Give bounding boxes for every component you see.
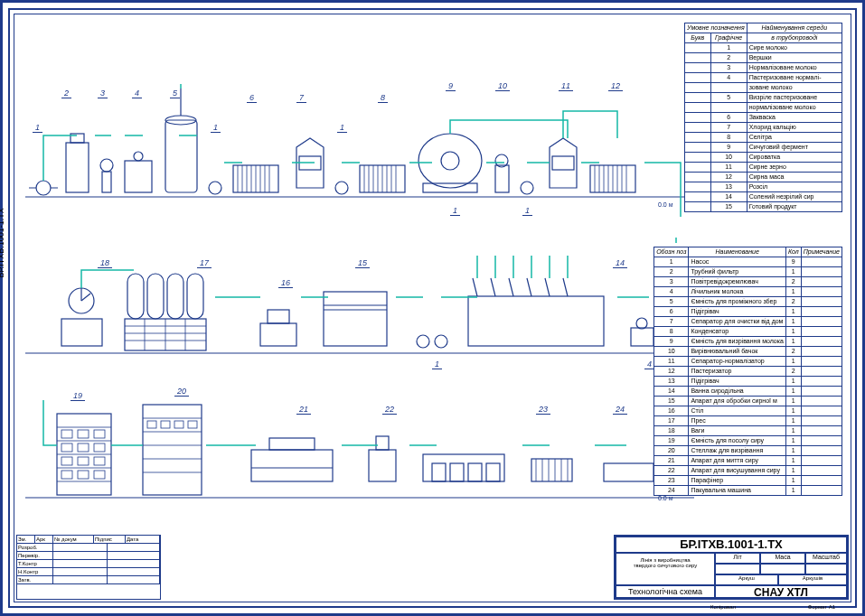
tb-sheets: Аркушів: [778, 574, 847, 585]
equip-note: [801, 327, 841, 337]
equip-name: Ванна сиродільна: [689, 387, 785, 397]
equip-note: [801, 387, 841, 397]
svg-rect-37: [552, 156, 574, 170]
equip-name: Конденсатор: [689, 327, 785, 337]
legend-name: Хлорид кальцію: [747, 123, 841, 133]
svg-rect-65: [324, 292, 387, 346]
equip-note: [801, 486, 841, 496]
equip-qty: 2: [785, 347, 801, 357]
legend-letter: [685, 143, 711, 153]
equip-name: Сепаратор для очистки від дом: [689, 317, 785, 327]
legend-num: 11: [710, 163, 747, 173]
equip-qty: 1: [785, 287, 801, 297]
svg-rect-88: [94, 457, 105, 465]
svg-point-6: [134, 152, 143, 161]
callout: 11: [559, 81, 573, 91]
rev-cell: № докум: [53, 536, 94, 544]
equip-hdr: Примечание: [801, 247, 841, 257]
tb-copied: Копіровал: [710, 604, 736, 610]
svg-rect-90: [78, 471, 89, 479]
legend-letter: [685, 153, 711, 163]
equip-note: [801, 446, 841, 456]
svg-rect-87: [78, 457, 89, 465]
callout: 10: [495, 81, 510, 91]
rev-cell: Н.Контр: [17, 568, 53, 576]
legend-hdr: Букв: [685, 33, 711, 43]
equip-note: [801, 317, 841, 327]
floor-level: 0.0 м: [658, 201, 673, 208]
legend-letter: [685, 103, 711, 113]
legend-letter: [685, 202, 711, 212]
svg-rect-34: [495, 165, 509, 192]
legend-num: 10: [710, 153, 747, 163]
svg-rect-3: [102, 172, 111, 192]
equip-num: 12: [654, 367, 689, 377]
equip-num: 15: [654, 397, 689, 406]
equip-name: Стіл: [689, 406, 785, 416]
svg-rect-101: [188, 421, 197, 428]
svg-point-36: [521, 182, 533, 194]
legend-hdr: Графічне: [710, 33, 747, 43]
tb-format: Формат А1: [808, 604, 835, 610]
equip-note: [801, 377, 841, 387]
legend-letter: [685, 192, 711, 202]
legend-name: Сире молоко: [747, 43, 841, 53]
equip-note: [801, 277, 841, 287]
equip-qty: 1: [785, 466, 801, 476]
equip-qty: 1: [785, 436, 801, 446]
legend-num: 15: [710, 202, 747, 212]
svg-rect-105: [369, 450, 396, 481]
equip-num: 6: [654, 307, 689, 317]
legend-hdr: в трубопроводі: [747, 33, 841, 43]
equip-num: 17: [654, 416, 689, 426]
pipe-legend-table: Умовне позначенняНайменування середи Бук…: [684, 23, 842, 212]
callout: 5: [170, 89, 180, 98]
equip-name: Ваги: [689, 426, 785, 436]
callout: 1: [450, 206, 460, 216]
drawing-org: СНАУ ХТЛ: [715, 585, 847, 598]
equip-hdr: Наименование: [689, 247, 785, 257]
svg-rect-110: [468, 463, 482, 481]
process-row-1: [25, 70, 712, 224]
equip-num: 19: [654, 436, 689, 446]
equip-qty: 1: [785, 406, 801, 416]
svg-point-32: [441, 152, 459, 170]
equip-qty: 1: [785, 397, 801, 406]
svg-rect-111: [486, 463, 500, 481]
callout: 1: [432, 359, 442, 369]
callout: 20: [174, 387, 189, 397]
equip-qty: 1: [785, 416, 801, 426]
svg-rect-5: [125, 161, 152, 192]
equip-note: [801, 297, 841, 307]
svg-rect-64: [268, 310, 289, 323]
equip-num: 2: [654, 267, 689, 277]
svg-point-21: [335, 182, 348, 194]
callout: 6: [247, 93, 257, 103]
legend-letter: [685, 123, 711, 133]
svg-rect-91: [94, 471, 105, 479]
legend-num: 13: [710, 182, 747, 192]
equip-qty: 1: [785, 357, 801, 367]
legend-name: Сирне зерно: [747, 163, 841, 173]
svg-rect-119: [604, 463, 653, 481]
svg-rect-102: [251, 450, 333, 481]
legend-num: 4: [710, 73, 747, 83]
equip-note: [801, 416, 841, 426]
equip-qty: 2: [785, 367, 801, 377]
equip-qty: 1: [785, 426, 801, 436]
legend-num: 5: [710, 93, 747, 103]
equip-note: [801, 337, 841, 347]
svg-rect-83: [61, 443, 72, 452]
equip-num: 10: [654, 347, 689, 357]
svg-point-69: [435, 335, 447, 348]
callout: 16: [278, 278, 293, 288]
legend-name: Солений незрілий сир: [747, 192, 841, 202]
equip-num: 9: [654, 337, 689, 347]
svg-rect-71: [631, 328, 653, 346]
equip-name: Парафінер: [689, 476, 785, 486]
equip-name: Ємність для визрівання молока: [689, 337, 785, 347]
legend-letter: [685, 182, 711, 192]
equip-name: Апарат для миття сиру: [689, 456, 785, 466]
svg-point-72: [636, 318, 647, 329]
callout: 1: [522, 206, 532, 216]
